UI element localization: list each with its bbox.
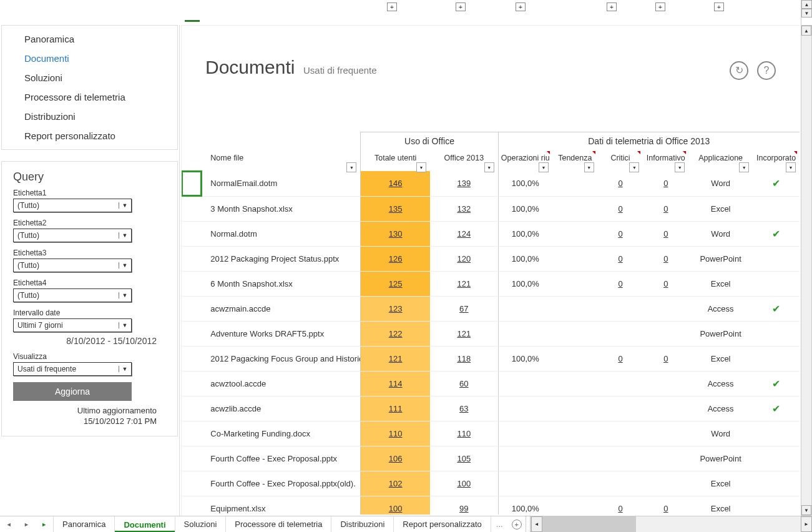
link-total-users[interactable]: 130 xyxy=(389,229,403,239)
sidebar-item-soluzioni[interactable]: Soluzioni xyxy=(2,68,177,87)
select-date-range[interactable]: Ultimi 7 giorni▼ xyxy=(13,318,132,332)
hscroll-right[interactable]: ► xyxy=(801,516,812,532)
scroll-down[interactable]: ▼ xyxy=(801,505,811,515)
link-total-users[interactable]: 126 xyxy=(389,254,403,264)
link-informative[interactable]: 0 xyxy=(663,204,668,214)
cell-filename[interactable]: acwzmain.accde xyxy=(202,296,361,321)
link-critical[interactable]: 0 xyxy=(618,229,622,239)
cell-filename[interactable]: NormalEmail.dotm xyxy=(202,171,361,196)
cell-filename[interactable]: 2012 Pagacking Focus Group and Historic xyxy=(202,346,361,371)
sidebar-item-processore-di-telemetria[interactable]: Processore di telemetria xyxy=(2,87,177,107)
cell-filename[interactable]: Co-Marketing Funding.docx xyxy=(202,421,361,446)
link-total-users[interactable]: 123 xyxy=(389,304,403,313)
sheet-tab-distribuzioni[interactable]: Distribuzioni xyxy=(331,516,394,532)
filter-op[interactable]: ▼ xyxy=(539,162,549,172)
link-informative[interactable]: 0 xyxy=(663,279,668,288)
cell-filename[interactable]: Fourth Coffee - Exec Proposal.pptx xyxy=(202,446,361,471)
link-critical[interactable]: 0 xyxy=(618,254,622,264)
column-expand-button[interactable]: + xyxy=(607,2,617,11)
sheet-overflow[interactable]: ... xyxy=(491,516,508,532)
link-critical[interactable]: 0 xyxy=(618,354,622,363)
sheet-tab-report-personalizzato[interactable]: Report personalizzato xyxy=(394,516,491,532)
cell-filename[interactable]: 2012 Packaging Project Status.pptx xyxy=(202,246,361,271)
add-sheet-button[interactable]: + xyxy=(508,516,526,532)
link-office2013[interactable]: 67 xyxy=(459,304,468,313)
hscroll-thumb[interactable] xyxy=(542,516,636,532)
refresh-icon[interactable]: ↻ xyxy=(730,61,748,80)
link-office2013[interactable]: 100 xyxy=(457,479,471,488)
link-informative[interactable]: 0 xyxy=(663,504,668,513)
sheet-nav-arrows[interactable]: ◄►► xyxy=(0,516,54,532)
link-total-users[interactable]: 146 xyxy=(389,179,403,188)
cell-filename[interactable]: acwzlib.accde xyxy=(202,396,361,421)
cell-filename[interactable]: Fourth Coffee - Exec Proposal.pptx(old). xyxy=(202,471,361,496)
select-view[interactable]: Usati di frequente▼ xyxy=(13,362,132,376)
horizontal-scrollbar[interactable]: ◄ ► xyxy=(531,516,812,532)
filter-app[interactable]: ▼ xyxy=(739,162,749,172)
split-up[interactable]: ▲ xyxy=(801,0,812,9)
link-critical[interactable]: 0 xyxy=(618,179,622,188)
select-etichetta4[interactable]: (Tutto)▼ xyxy=(13,288,132,302)
sheet-tab-soluzioni[interactable]: Soluzioni xyxy=(175,516,227,532)
filter-crit[interactable]: ▼ xyxy=(629,162,639,172)
link-total-users[interactable]: 100 xyxy=(389,504,403,513)
sheet-tab-panoramica[interactable]: Panoramica xyxy=(54,516,115,532)
filter-o2013[interactable]: ▼ xyxy=(484,162,494,172)
link-critical[interactable]: 0 xyxy=(618,504,622,513)
cell-filename[interactable]: Adventure Works DRAFT5.pptx xyxy=(202,321,361,346)
link-office2013[interactable]: 99 xyxy=(459,504,468,513)
link-total-users[interactable]: 121 xyxy=(389,354,403,363)
link-office2013[interactable]: 121 xyxy=(457,329,471,338)
link-office2013[interactable]: 105 xyxy=(457,454,471,463)
column-expand-button[interactable]: + xyxy=(655,2,665,11)
help-icon[interactable]: ? xyxy=(757,61,776,80)
link-office2013[interactable]: 139 xyxy=(457,179,471,188)
vertical-scrollbar[interactable]: ▲ ▼ xyxy=(801,25,812,516)
sheet-tab-documenti[interactable]: Documenti xyxy=(115,516,175,532)
filter-tend[interactable]: ▼ xyxy=(584,162,594,172)
link-total-users[interactable]: 122 xyxy=(389,329,403,338)
link-office2013[interactable]: 124 xyxy=(457,229,471,239)
link-office2013[interactable]: 132 xyxy=(457,204,471,214)
link-critical[interactable]: 0 xyxy=(618,204,622,214)
split-down[interactable]: ▼ xyxy=(801,9,812,17)
link-total-users[interactable]: 106 xyxy=(389,454,403,463)
sheet-tab-processore-di-telemetria[interactable]: Processore di telemetria xyxy=(226,516,331,532)
link-critical[interactable]: 0 xyxy=(618,279,622,288)
link-office2013[interactable]: 60 xyxy=(459,379,468,388)
select-etichetta3[interactable]: (Tutto)▼ xyxy=(13,259,132,272)
link-office2013[interactable]: 110 xyxy=(457,429,471,438)
link-informative[interactable]: 0 xyxy=(663,229,668,239)
link-informative[interactable]: 0 xyxy=(663,179,668,188)
cell-filename[interactable]: 3 Month Snapshot.xlsx xyxy=(202,196,361,221)
select-etichetta1[interactable]: (Tutto)▼ xyxy=(13,199,132,212)
column-expand-button[interactable]: + xyxy=(387,2,397,11)
scroll-up[interactable]: ▲ xyxy=(801,26,811,36)
link-office2013[interactable]: 118 xyxy=(457,354,471,363)
filter-inc[interactable]: ▼ xyxy=(786,162,796,172)
filter-name[interactable]: ▼ xyxy=(346,162,356,172)
sidebar-item-panoramica[interactable]: Panoramica xyxy=(2,29,177,49)
link-office2013[interactable]: 121 xyxy=(457,279,471,288)
cell-filename[interactable]: Normal.dotm xyxy=(202,221,361,246)
link-total-users[interactable]: 102 xyxy=(389,479,403,488)
link-office2013[interactable]: 120 xyxy=(457,254,471,264)
cell-filename[interactable]: Equipment.xlsx xyxy=(202,496,361,515)
link-total-users[interactable]: 111 xyxy=(389,404,403,413)
filter-info[interactable]: ▼ xyxy=(675,162,685,172)
link-office2013[interactable]: 63 xyxy=(459,404,468,413)
link-total-users[interactable]: 135 xyxy=(389,204,403,214)
sidebar-item-distribuzioni[interactable]: Distribuzioni xyxy=(2,107,177,126)
link-informative[interactable]: 0 xyxy=(663,254,668,264)
cell-filename[interactable]: 6 Month Snapshot.xlsx xyxy=(202,271,361,296)
sidebar-item-report-personalizzato[interactable]: Report personalizzato xyxy=(2,126,177,145)
refresh-button[interactable]: Aggiorna xyxy=(13,382,132,401)
cell-filename[interactable]: acwztool.accde xyxy=(202,371,361,396)
sidebar-item-documenti[interactable]: Documenti xyxy=(2,49,177,68)
link-total-users[interactable]: 114 xyxy=(389,379,403,388)
link-informative[interactable]: 0 xyxy=(663,354,668,363)
select-etichetta2[interactable]: (Tutto)▼ xyxy=(13,229,132,242)
column-expand-button[interactable]: + xyxy=(456,2,466,11)
hscroll-left[interactable]: ◄ xyxy=(531,516,542,532)
tab-resize-handle[interactable] xyxy=(526,516,531,532)
